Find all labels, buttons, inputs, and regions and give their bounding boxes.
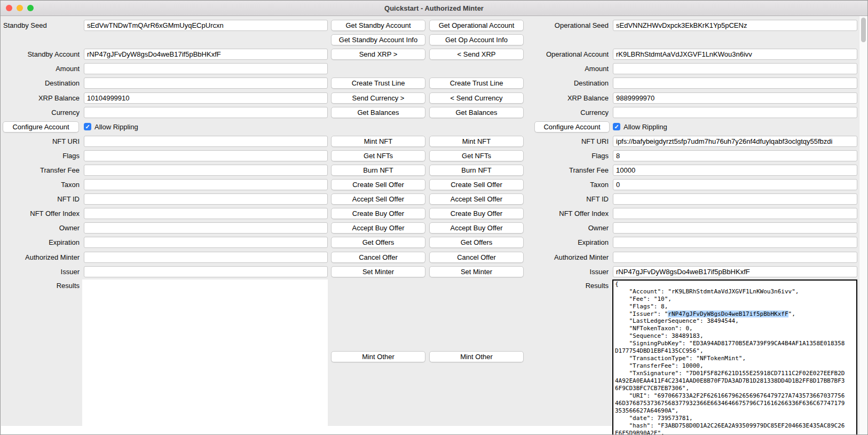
configure-operational-account-button[interactable]: Configure Account <box>534 121 610 133</box>
standby-flags-input[interactable] <box>84 150 328 161</box>
set-minter-standby-button[interactable]: Set Minter <box>331 266 425 277</box>
accept-sell-offer-operational-button[interactable]: Accept Sell Offer <box>429 193 524 205</box>
standby-expiration-input[interactable] <box>84 237 328 248</box>
create-trust-line-operational-button[interactable]: Create Trust Line <box>429 77 524 89</box>
app-window: Quickstart - Authorized Minter Standby S… <box>0 0 868 435</box>
mint-other-standby-button[interactable]: Mint Other <box>331 351 425 362</box>
get-operational-account-button[interactable]: Get Operational Account <box>429 20 524 31</box>
operational-amount-input[interactable] <box>613 63 857 74</box>
json-issuer-suffix: ", <box>788 310 795 317</box>
standby-transfer-fee-input[interactable] <box>84 165 328 176</box>
accept-buy-offer-standby-button[interactable]: Accept Buy Offer <box>331 222 425 234</box>
standby-authorized-minter-label: Authorized Minter <box>1 250 81 265</box>
create-trust-line-standby-button[interactable]: Create Trust Line <box>331 77 425 89</box>
create-buy-offer-standby-button[interactable]: Create Buy Offer <box>331 208 425 219</box>
create-sell-offer-operational-button[interactable]: Create Sell Offer <box>429 179 524 190</box>
standby-amount-input[interactable] <box>84 63 328 74</box>
minimize-window-icon[interactable] <box>17 5 23 11</box>
burn-nft-standby-button[interactable]: Burn NFT <box>331 165 425 176</box>
standby-nft-id-input[interactable] <box>84 193 328 205</box>
operational-owner-input[interactable] <box>613 222 857 234</box>
get-nfts-standby-button[interactable]: Get NFTs <box>331 150 425 161</box>
standby-allow-rippling-checkbox[interactable] <box>84 123 91 130</box>
get-offers-standby-button[interactable]: Get Offers <box>331 237 425 248</box>
send-xrp-to-standby-button[interactable]: < Send XRP <box>429 49 524 60</box>
operational-expiration-input[interactable] <box>613 237 857 248</box>
get-nfts-operational-button[interactable]: Get NFTs <box>429 150 524 161</box>
send-currency-to-standby-button[interactable]: < Send Currency <box>429 92 524 104</box>
json-line: "URI": "697066733A2F2F626166796265696764… <box>615 392 856 400</box>
get-op-account-info-button[interactable]: Get Op Account Info <box>429 34 524 45</box>
get-offers-operational-button[interactable]: Get Offers <box>429 237 524 248</box>
create-buy-offer-operational-button[interactable]: Create Buy Offer <box>429 208 524 219</box>
json-line: 46D37687537367568377932366E6634646675796… <box>615 400 856 407</box>
operational-account-input[interactable] <box>613 49 857 60</box>
scrollbar-thumb[interactable] <box>861 18 866 42</box>
set-minter-operational-button[interactable]: Set Minter <box>429 266 524 277</box>
vertical-scrollbar[interactable] <box>859 16 867 434</box>
standby-taxon-input[interactable] <box>84 179 328 190</box>
operational-transfer-fee-input[interactable] <box>613 165 857 176</box>
standby-results-area[interactable] <box>82 279 328 434</box>
operational-taxon-input[interactable] <box>613 179 857 190</box>
operational-destination-input[interactable] <box>613 77 857 89</box>
standby-results-label: Results <box>1 279 81 434</box>
operational-account-label: Operational Account <box>527 47 610 61</box>
standby-seed-label: Standby Seed <box>1 18 81 33</box>
panel-bottom-gap-left <box>1 426 82 434</box>
window-title: Quickstart - Authorized Minter <box>384 4 484 12</box>
operational-nft-offer-index-input[interactable] <box>613 208 857 219</box>
operational-xrp-balance-label: XRP Balance <box>527 90 610 105</box>
standby-seed-input[interactable] <box>84 20 328 31</box>
operational-seed-input[interactable] <box>613 20 857 31</box>
mint-nft-standby-button[interactable]: Mint NFT <box>331 136 425 147</box>
content-area: Standby Seed Get Standby Account Get Ope… <box>1 16 867 434</box>
standby-authorized-minter-input[interactable] <box>84 252 328 263</box>
standby-owner-input[interactable] <box>84 222 328 234</box>
create-sell-offer-standby-button[interactable]: Create Sell Offer <box>331 179 425 190</box>
configure-standby-account-button[interactable]: Configure Account <box>3 121 79 133</box>
operational-allow-rippling-checkbox[interactable] <box>613 123 620 130</box>
close-window-icon[interactable] <box>6 5 12 11</box>
send-currency-to-operational-button[interactable]: Send Currency > <box>331 92 425 104</box>
operational-authorized-minter-input[interactable] <box>613 252 857 263</box>
mint-nft-operational-button[interactable]: Mint NFT <box>429 136 524 147</box>
standby-nft-offer-index-input[interactable] <box>84 208 328 219</box>
operational-flags-label: Flags <box>527 149 610 163</box>
cancel-offer-standby-button[interactable]: Cancel Offer <box>331 252 425 263</box>
json-line: "TransferFee": 10000, <box>615 362 856 370</box>
operational-currency-input[interactable] <box>613 107 857 118</box>
standby-destination-input[interactable] <box>84 77 328 89</box>
operational-nft-id-input[interactable] <box>613 193 857 205</box>
standby-currency-input[interactable] <box>84 107 328 118</box>
send-xrp-to-operational-button[interactable]: Send XRP > <box>331 49 425 60</box>
mint-other-operational-button[interactable]: Mint Other <box>429 351 524 362</box>
operational-currency-label: Currency <box>527 105 610 120</box>
standby-destination-label: Destination <box>1 76 81 90</box>
standby-expiration-label: Expiration <box>1 235 81 250</box>
operational-nft-uri-input[interactable] <box>613 136 857 147</box>
accept-buy-offer-operational-button[interactable]: Accept Buy Offer <box>429 222 524 234</box>
json-line: 353566627A64690A", <box>615 407 856 415</box>
operational-issuer-input[interactable] <box>613 266 857 277</box>
standby-xrp-balance-input[interactable] <box>84 92 328 104</box>
cancel-offer-operational-button[interactable]: Cancel Offer <box>429 252 524 263</box>
operational-results-area[interactable]: { "Account": "rK9LBRhStdmtAaVdJXGVF1LnKW… <box>612 279 857 434</box>
operational-xrp-balance-input[interactable] <box>613 92 857 104</box>
get-balances-operational-button[interactable]: Get Balances <box>429 107 524 118</box>
get-standby-account-button[interactable]: Get Standby Account <box>331 20 425 31</box>
standby-nft-uri-input[interactable] <box>84 136 328 147</box>
get-standby-account-info-button[interactable]: Get Standby Account Info <box>331 34 425 45</box>
operational-flags-input[interactable] <box>613 150 857 161</box>
accept-sell-offer-standby-button[interactable]: Accept Sell Offer <box>331 193 425 205</box>
operational-expiration-label: Expiration <box>527 235 610 250</box>
zoom-window-icon[interactable] <box>27 5 34 11</box>
burn-nft-operational-button[interactable]: Burn NFT <box>429 165 524 176</box>
operational-issuer-label: Issuer <box>527 265 610 279</box>
get-balances-standby-button[interactable]: Get Balances <box>331 107 425 118</box>
standby-account-input[interactable] <box>84 49 328 60</box>
standby-issuer-input[interactable] <box>84 266 328 277</box>
standby-amount-label: Amount <box>1 61 81 76</box>
json-line: { <box>615 281 856 288</box>
standby-allow-rippling-label: Allow Rippling <box>94 123 138 131</box>
